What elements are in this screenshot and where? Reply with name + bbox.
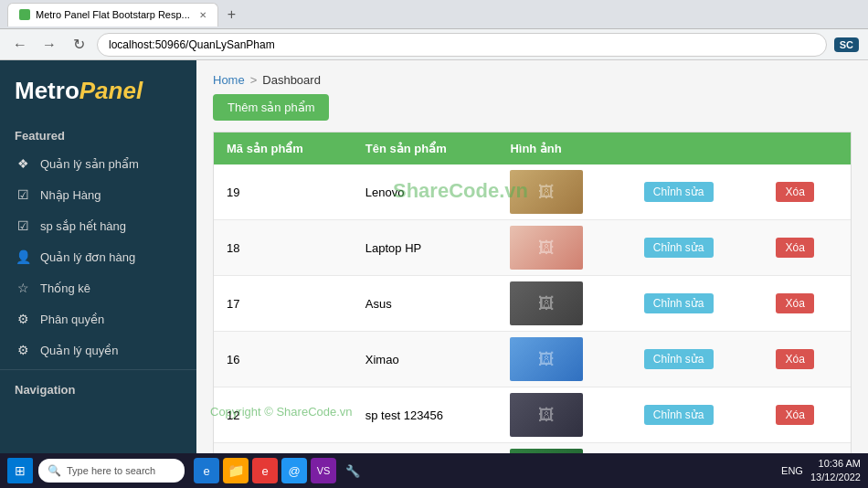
delete-cell: Xóa bbox=[759, 443, 851, 454]
tab-title: Metro Panel Flat Bootstarp Resp... bbox=[36, 9, 190, 20]
product-image-cell: 🖼 bbox=[497, 387, 630, 443]
sidebar-item-quan-ly-san-pham[interactable]: ❖ Quản lý sản phẩm bbox=[0, 148, 196, 179]
col-header-id: Mã sản phẩm bbox=[214, 133, 353, 164]
logo-metro: Metro bbox=[15, 77, 79, 104]
tab-close-button[interactable]: ✕ bbox=[199, 10, 206, 20]
taskbar-vs-icon[interactable]: VS bbox=[311, 458, 336, 483]
product-name: Asus bbox=[353, 276, 498, 332]
edit-cell: Chỉnh sửa bbox=[631, 164, 760, 220]
sidebar-item-thong-ke[interactable]: ☆ Thống kê bbox=[0, 272, 196, 303]
image-placeholder-icon: 🖼 bbox=[538, 239, 555, 258]
delete-button[interactable]: Xóa bbox=[776, 349, 813, 369]
new-tab-button[interactable]: + bbox=[222, 5, 241, 25]
product-image-cell: 🖼 bbox=[497, 164, 630, 220]
address-bar: ← → ↻ SC bbox=[0, 29, 868, 60]
permissions-icon: ⚙ bbox=[15, 312, 31, 326]
table-row: 12 sp test 123456 🖼 Chỉnh sửa Xóa bbox=[214, 387, 851, 443]
featured-section-label: Featured bbox=[0, 122, 196, 148]
back-button[interactable]: ← bbox=[9, 34, 31, 56]
browser-icon: e bbox=[261, 464, 268, 478]
breadcrumb-home-link[interactable]: Home bbox=[213, 73, 245, 87]
table-row: 19 Lenovo 🖼 Chỉnh sửa Xóa bbox=[214, 164, 851, 220]
product-name: Lenovo bbox=[353, 164, 498, 220]
taskbar-clock: 10:36 AM 13/12/2022 bbox=[810, 457, 861, 485]
taskbar-time-display: 10:36 AM bbox=[810, 457, 861, 471]
product-id: 16 bbox=[214, 332, 353, 387]
sidebar-item-quan-ly-quyen[interactable]: ⚙ Quản lý quyền bbox=[0, 334, 196, 366]
product-id: 18 bbox=[214, 220, 353, 276]
product-name: Iphone 123 bbox=[353, 443, 498, 454]
sidebar-item-label: Phân quyền bbox=[40, 313, 104, 326]
delete-cell: Xóa bbox=[759, 164, 851, 220]
edit-button[interactable]: Chỉnh sửa bbox=[644, 182, 714, 202]
sharecode-logo-badge: SC bbox=[834, 37, 859, 52]
windows-start-button[interactable]: ⊞ bbox=[7, 458, 33, 483]
stats-icon: ☆ bbox=[15, 281, 31, 295]
edit-button[interactable]: Chỉnh sửa bbox=[644, 349, 714, 369]
table-row: 17 Asus 🖼 Chỉnh sửa Xóa bbox=[214, 276, 851, 332]
delete-cell: Xóa bbox=[759, 220, 851, 276]
delete-button[interactable]: Xóa bbox=[776, 405, 813, 425]
active-tab[interactable]: Metro Panel Flat Bootstarp Resp... ✕ bbox=[7, 3, 218, 27]
edge-icon: e bbox=[203, 464, 209, 478]
import-icon: ☑ bbox=[15, 187, 31, 202]
taskbar-browser-icon[interactable]: e bbox=[252, 458, 278, 483]
sidebar-item-nhap-hang[interactable]: ☑ Nhập Hàng bbox=[0, 179, 196, 210]
taskbar-ie-icon[interactable]: @ bbox=[281, 458, 307, 483]
taskbar-app-icons: e 📁 e @ VS 🔧 bbox=[194, 458, 365, 483]
taskbar-date-display: 13/12/2022 bbox=[810, 471, 861, 484]
col-header-name: Tên sản phẩm bbox=[353, 133, 498, 164]
add-product-button[interactable]: Thêm sản phẩm bbox=[213, 94, 329, 121]
extra-icon: 🔧 bbox=[345, 464, 360, 478]
image-placeholder-icon: 🖼 bbox=[538, 350, 555, 369]
logo-panel: Panel bbox=[79, 77, 143, 104]
taskbar-extra-icon[interactable]: 🔧 bbox=[340, 458, 365, 483]
product-name: sp test 123456 bbox=[353, 387, 498, 443]
edit-button[interactable]: Chỉnh sửa bbox=[644, 405, 714, 425]
product-image-cell: 🖼 bbox=[497, 220, 630, 276]
taskbar-right: ENG 10:36 AM 13/12/2022 bbox=[781, 457, 861, 485]
product-id: 12 bbox=[214, 387, 353, 443]
col-header-edit bbox=[631, 133, 760, 164]
low-stock-icon: ☑ bbox=[15, 218, 31, 233]
tab-bar: Metro Panel Flat Bootstarp Resp... ✕ + bbox=[7, 3, 241, 27]
delete-button[interactable]: Xóa bbox=[776, 238, 813, 258]
taskbar-folder-icon[interactable]: 📁 bbox=[223, 458, 249, 483]
sidebar-item-quan-ly-don-hang[interactable]: 👤 Quản lý đơn hàng bbox=[0, 241, 196, 272]
taskbar-search-box[interactable]: 🔍 Type here to search bbox=[38, 459, 185, 483]
taskbar-lang: ENG bbox=[781, 465, 803, 476]
tab-favicon bbox=[19, 9, 30, 20]
sidebar-item-phan-quyen[interactable]: ⚙ Phân quyền bbox=[0, 303, 196, 334]
sidebar-item-sp-sap-het-hang[interactable]: ☑ sp sắp hết hàng bbox=[0, 210, 196, 241]
folder-icon: 📁 bbox=[228, 462, 245, 479]
product-name: Ximao bbox=[353, 332, 498, 387]
product-image-cell: 🖼 bbox=[497, 276, 630, 332]
url-bar[interactable] bbox=[97, 33, 827, 57]
sidebar-logo: MetroPanel bbox=[0, 60, 196, 118]
table-row: 8 Iphone 123 🖼 Chỉnh sửa Xóa bbox=[214, 443, 851, 454]
taskbar-edge-icon[interactable]: e bbox=[194, 458, 219, 483]
windows-logo-icon: ⊞ bbox=[15, 463, 26, 478]
breadcrumb: Home > Dashboard bbox=[196, 60, 868, 94]
table-row: 16 Ximao 🖼 Chỉnh sửa Xóa bbox=[214, 332, 851, 387]
taskbar-search-placeholder: Type here to search bbox=[67, 465, 155, 476]
edit-button[interactable]: Chỉnh sửa bbox=[644, 238, 714, 258]
products-table: Mã sản phẩm Tên sản phẩm Hình ảnh 19 Len… bbox=[214, 133, 851, 453]
product-id: 17 bbox=[214, 276, 353, 332]
delete-cell: Xóa bbox=[759, 387, 851, 443]
sidebar-item-label: Nhập Hàng bbox=[40, 188, 101, 202]
refresh-button[interactable]: ↻ bbox=[68, 34, 90, 56]
delete-button[interactable]: Xóa bbox=[776, 182, 813, 202]
col-header-image: Hình ảnh bbox=[497, 133, 630, 164]
breadcrumb-current-page: Dashboard bbox=[262, 73, 321, 87]
edit-button[interactable]: Chỉnh sửa bbox=[644, 293, 714, 313]
delete-cell: Xóa bbox=[759, 332, 851, 387]
delete-button[interactable]: Xóa bbox=[776, 293, 813, 313]
product-thumbnail: 🖼 bbox=[510, 226, 583, 270]
orders-icon: 👤 bbox=[15, 249, 31, 264]
product-id: 8 bbox=[214, 443, 353, 454]
sidebar-item-label: Quản lý đơn hàng bbox=[40, 250, 135, 264]
edit-cell: Chỉnh sửa bbox=[631, 276, 760, 332]
edit-cell: Chỉnh sửa bbox=[631, 387, 760, 443]
forward-button[interactable]: → bbox=[38, 34, 60, 56]
